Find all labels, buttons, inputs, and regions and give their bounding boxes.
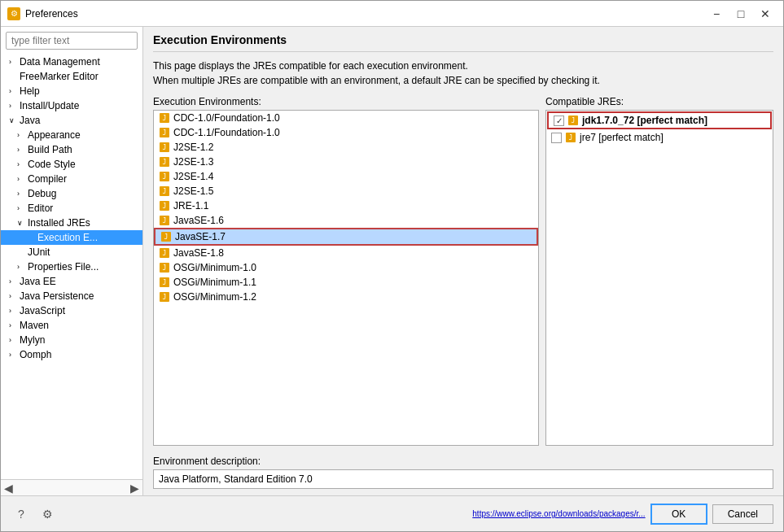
tree-arrow-code-style: › xyxy=(17,160,25,168)
help-button[interactable]: ? xyxy=(11,504,32,525)
maximize-button[interactable]: □ xyxy=(729,6,752,22)
svg-text:J: J xyxy=(572,117,576,124)
tree-arrow-maven: › xyxy=(9,321,17,329)
sidebar-item-java[interactable]: ∨Java xyxy=(1,113,142,128)
env-item-javase-18[interactable]: J JavaSE-1.8 xyxy=(154,246,538,260)
sidebar-item-build-path[interactable]: ›Build Path xyxy=(1,142,142,157)
jre-icon-javase-17: J xyxy=(160,231,172,242)
sidebar-item-mylyn[interactable]: ›Mylyn xyxy=(1,333,142,347)
env-item-javase-17[interactable]: J JavaSE-1.7 xyxy=(154,228,538,246)
tree-label-editor: Editor xyxy=(28,203,53,214)
tree-arrow-installed-jres: ∨ xyxy=(17,219,25,227)
jre-item-jre7[interactable]: J jre7 [perfect match] xyxy=(546,130,773,145)
sidebar-item-compiler[interactable]: ›Compiler xyxy=(1,172,142,186)
sidebar-item-install-update[interactable]: ›Install/Update xyxy=(1,98,142,113)
sidebar-item-junit[interactable]: JUnit xyxy=(1,245,142,259)
title-controls: − □ ✕ xyxy=(705,6,777,22)
svg-text:J: J xyxy=(163,203,167,210)
tree-arrow-editor: › xyxy=(17,204,25,212)
svg-text:J: J xyxy=(163,250,167,257)
tree-label-build-path: Build Path xyxy=(28,144,72,155)
env-description-label: Environment description: xyxy=(153,456,773,467)
tree-arrow-install-update: › xyxy=(9,102,17,110)
tree-label-compiler: Compiler xyxy=(28,173,67,185)
env-label-osgi-minimum-12: OSGi/Minimum-1.2 xyxy=(173,291,256,303)
compatible-jres-list[interactable]: J jdk1.7.0_72 [perfect match] J jre7 [pe… xyxy=(545,110,773,446)
env-label-jre-11: JRE-1.1 xyxy=(173,200,208,211)
close-button[interactable]: ✕ xyxy=(754,6,777,22)
sidebar-item-code-style[interactable]: ›Code Style xyxy=(1,157,142,172)
env-item-j2se-14[interactable]: J J2SE-1.4 xyxy=(154,169,538,184)
description-line1: This page displays the JREs compatible f… xyxy=(153,60,468,72)
cancel-button[interactable]: Cancel xyxy=(712,504,773,524)
sidebar-back-button[interactable]: ◀ xyxy=(4,482,13,495)
sidebar-item-oomph[interactable]: ›Oomph xyxy=(1,347,142,362)
sidebar-item-installed-jres[interactable]: ∨Installed JREs xyxy=(1,216,142,230)
tree-arrow-data-management: › xyxy=(9,58,17,66)
svg-text:J: J xyxy=(163,188,167,195)
sidebar-item-help[interactable]: ›Help xyxy=(1,84,142,98)
env-label-javase-16: JavaSE-1.6 xyxy=(173,215,224,226)
environments-panel: Execution Environments: J CDC-1.0/Founda… xyxy=(153,96,539,446)
sidebar-item-java-ee[interactable]: ›Java EE xyxy=(1,274,142,289)
bottom-buttons: https://www.eclipse.org/downloads/packag… xyxy=(472,504,773,525)
svg-text:J: J xyxy=(164,233,169,241)
ok-button[interactable]: OK xyxy=(650,504,707,525)
env-item-osgi-minimum-12[interactable]: J OSGi/Minimum-1.2 xyxy=(154,290,538,304)
svg-text:J: J xyxy=(163,217,167,225)
tree-arrow-appearance: › xyxy=(17,131,25,139)
tree: ›Data ManagementFreeMarker Editor›Help›I… xyxy=(1,55,142,362)
sidebar-forward-button[interactable]: ▶ xyxy=(130,482,139,495)
sidebar-item-debug[interactable]: ›Debug xyxy=(1,186,142,201)
sidebar-item-javascript[interactable]: ›JavaScript xyxy=(1,303,142,318)
jre-icon-cdc-10-foundation-10: J xyxy=(159,112,170,124)
sidebar-bottom: ◀ ▶ xyxy=(1,479,142,495)
tree-arrow-java: ∨ xyxy=(9,116,17,124)
jre-icon-osgi-minimum-10: J xyxy=(159,262,170,273)
preferences-small-icon: ⚙ xyxy=(42,508,53,521)
sidebar-item-data-management[interactable]: ›Data Management xyxy=(1,55,142,69)
tree-label-appearance: Appearance xyxy=(28,129,81,141)
svg-text:J: J xyxy=(163,173,167,181)
env-label-j2se-12: J2SE-1.2 xyxy=(173,142,213,153)
jre-checkbox-jre7[interactable] xyxy=(551,133,562,143)
main-content: ›Data ManagementFreeMarker Editor›Help›I… xyxy=(1,27,783,495)
env-item-osgi-minimum-10[interactable]: J OSGi/Minimum-1.0 xyxy=(154,260,538,275)
svg-text:J: J xyxy=(163,294,167,301)
sidebar-item-execution-environments[interactable]: Execution E... xyxy=(1,230,142,245)
tree-label-data-management: Data Management xyxy=(20,56,100,68)
tree-arrow-build-path: › xyxy=(17,146,25,154)
jre-label-jdk170_72: jdk1.7.0_72 [perfect match] xyxy=(582,115,707,126)
env-item-cdc-10-foundation-10[interactable]: J CDC-1.0/Foundation-1.0 xyxy=(154,111,538,125)
sidebar-item-java-persistence[interactable]: ›Java Persistence xyxy=(1,289,142,303)
sidebar-item-editor[interactable]: ›Editor xyxy=(1,201,142,216)
sidebar-item-maven[interactable]: ›Maven xyxy=(1,318,142,333)
sidebar-item-freemarker-editor[interactable]: FreeMarker Editor xyxy=(1,69,142,84)
sidebar-item-properties-file[interactable]: ›Properties File... xyxy=(1,259,142,274)
env-item-javase-16[interactable]: J JavaSE-1.6 xyxy=(154,213,538,228)
preferences-icon-button[interactable]: ⚙ xyxy=(37,504,58,525)
env-item-j2se-12[interactable]: J J2SE-1.2 xyxy=(154,140,538,155)
env-item-j2se-15[interactable]: J J2SE-1.5 xyxy=(154,184,538,198)
env-item-osgi-minimum-11[interactable]: J OSGi/Minimum-1.1 xyxy=(154,275,538,290)
env-label-javase-18: JavaSE-1.8 xyxy=(173,247,224,259)
tree-label-freemarker-editor: FreeMarker Editor xyxy=(20,71,99,82)
env-item-cdc-11-foundation-10[interactable]: J CDC-1.1/Foundation-1.0 xyxy=(154,125,538,140)
sidebar-item-appearance[interactable]: ›Appearance xyxy=(1,128,142,142)
environments-list[interactable]: J CDC-1.0/Foundation-1.0 J CDC-1.1/Found… xyxy=(153,110,539,446)
search-input[interactable] xyxy=(6,32,138,50)
env-label-j2se-15: J2SE-1.5 xyxy=(173,185,213,197)
jre-icon-javase-16: J xyxy=(159,215,170,226)
panel-title: Execution Environments xyxy=(153,33,773,52)
tree-arrow-mylyn: › xyxy=(9,336,17,344)
svg-text:J: J xyxy=(163,159,167,166)
env-item-jre-11[interactable]: J JRE-1.1 xyxy=(154,198,538,213)
env-item-j2se-13[interactable]: J J2SE-1.3 xyxy=(154,155,538,169)
minimize-button[interactable]: − xyxy=(705,6,728,22)
tree-label-help: Help xyxy=(20,85,40,97)
jre-checkbox-jdk170_72[interactable] xyxy=(554,116,564,126)
svg-text:J: J xyxy=(569,134,573,142)
svg-text:J: J xyxy=(163,115,167,122)
tree-label-java-persistence: Java Persistence xyxy=(20,290,94,302)
jre-item-jdk170_72[interactable]: J jdk1.7.0_72 [perfect match] xyxy=(547,111,772,129)
